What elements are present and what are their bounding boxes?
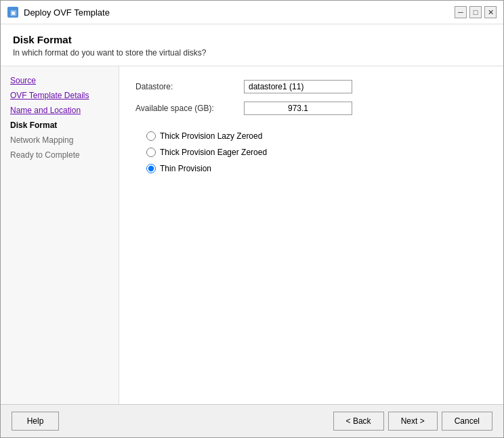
sidebar-item-name-and-location[interactable]: Name and Location: [7, 104, 112, 116]
window-icon: ▣: [7, 7, 18, 18]
maximize-button[interactable]: □: [469, 6, 482, 18]
close-button[interactable]: ✕: [484, 6, 497, 18]
page-subtitle: In which format do you want to store the…: [13, 48, 491, 58]
sidebar-item-source[interactable]: Source: [7, 74, 112, 87]
datastore-label: Datastore:: [135, 82, 244, 91]
thick-lazy-radio[interactable]: [146, 131, 156, 141]
cancel-button[interactable]: Cancel: [442, 412, 492, 431]
main-panel: Datastore: Available space (GB): Thick P…: [119, 66, 503, 404]
sidebar: Source OVF Template Details Name and Loc…: [1, 66, 119, 404]
thin-provision-option[interactable]: Thin Provision: [146, 164, 487, 173]
thick-eager-label: Thick Provision Eager Zeroed: [160, 148, 267, 157]
content-area: Source OVF Template Details Name and Loc…: [1, 66, 503, 404]
provision-radio-group: Thick Provision Lazy Zeroed Thick Provis…: [135, 131, 487, 173]
thin-provision-radio[interactable]: [146, 164, 156, 173]
thick-eager-option[interactable]: Thick Provision Eager Zeroed: [146, 148, 487, 157]
page-title: Disk Format: [13, 34, 491, 45]
thick-lazy-option[interactable]: Thick Provision Lazy Zeroed: [146, 131, 487, 141]
footer: Help < Back Next > Cancel: [1, 404, 503, 437]
thin-provision-label: Thin Provision: [160, 164, 211, 173]
available-space-input: [244, 102, 352, 115]
header: Disk Format In which format do you want …: [1, 24, 503, 66]
window-controls: ─ □ ✕: [455, 6, 497, 18]
available-space-label: Available space (GB):: [135, 104, 244, 113]
sidebar-item-ovf-template-details[interactable]: OVF Template Details: [7, 89, 112, 102]
available-space-row: Available space (GB):: [135, 102, 487, 115]
footer-right: < Back Next > Cancel: [333, 412, 492, 431]
window-title: Deploy OVF Template: [24, 7, 449, 18]
minimize-button[interactable]: ─: [455, 6, 467, 18]
title-bar: ▣ Deploy OVF Template ─ □ ✕: [1, 1, 503, 24]
next-button[interactable]: Next >: [388, 412, 438, 431]
sidebar-item-disk-format: Disk Format: [7, 119, 112, 131]
datastore-row: Datastore:: [135, 80, 487, 93]
sidebar-item-network-mapping: Network Mapping: [7, 134, 112, 146]
thick-lazy-label: Thick Provision Lazy Zeroed: [160, 131, 262, 141]
back-button[interactable]: < Back: [333, 412, 384, 431]
deploy-ovf-window: ▣ Deploy OVF Template ─ □ ✕ Disk Format …: [0, 0, 504, 438]
thick-eager-radio[interactable]: [146, 148, 156, 157]
datastore-input[interactable]: [244, 80, 352, 93]
help-button[interactable]: Help: [12, 412, 59, 431]
sidebar-item-ready-to-complete: Ready to Complete: [7, 149, 112, 161]
footer-left: Help: [12, 412, 59, 431]
